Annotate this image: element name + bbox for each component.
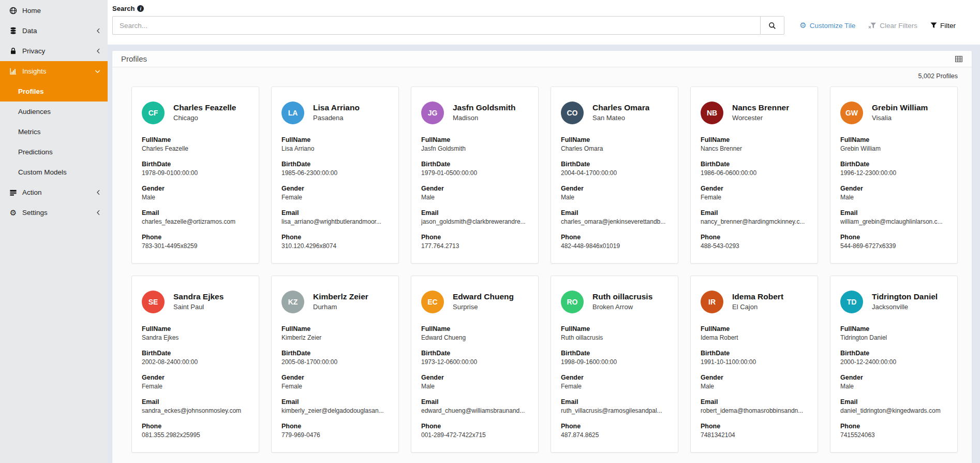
- profile-name-block: Sandra EjkesSaint Paul: [173, 291, 224, 311]
- field-label: Gender: [142, 184, 249, 193]
- profile-card[interactable]: ECEdward ChuengSurpriseFullNameEdward Ch…: [411, 276, 539, 453]
- sidebar-item-metrics[interactable]: Metrics: [0, 122, 108, 142]
- avatar: CF: [142, 102, 165, 124]
- profile-name-block: Charles FeazelleChicago: [173, 102, 236, 122]
- field-fullname: FullNameSandra Ejkes: [142, 325, 249, 342]
- sidebar-item-predictions[interactable]: Predictions: [0, 142, 108, 162]
- field-gender: GenderFemale: [701, 184, 808, 202]
- avatar: GW: [840, 102, 863, 124]
- profile-fields: FullNameSandra EjkesBirthDate2002-08-240…: [142, 325, 249, 440]
- search-label-text: Search: [112, 5, 135, 12]
- profile-card-header: KZKimberlz ZeierDurham: [281, 291, 389, 313]
- field-fullname: FullNameEdward Chueng: [421, 325, 528, 342]
- field-label: BirthDate: [840, 160, 947, 169]
- field-email: Emailcharles_feazelle@ortizramos.com: [142, 209, 249, 226]
- field-value: Male: [561, 193, 668, 202]
- field-label: Email: [701, 398, 808, 407]
- profile-city: El Cajon: [732, 303, 783, 311]
- app-window: HomeDataPrivacyInsightsProfilesAudiences…: [0, 0, 980, 463]
- profile-card[interactable]: RORuth oillacrusisBroken ArrowFullNameRu…: [551, 276, 678, 453]
- chevron-left-icon: [96, 190, 100, 195]
- field-value: 544-869-6727x6339: [840, 242, 947, 251]
- profile-card[interactable]: IRIdema RobertEl CajonFullNameIdema Robe…: [690, 276, 818, 453]
- field-value: 001-289-472-7422x715: [421, 431, 528, 440]
- avatar: TD: [840, 291, 863, 313]
- field-value: Lisa Arriano: [281, 144, 389, 153]
- field-birthdate: BirthDate1991-10-1100:00:00: [701, 349, 808, 367]
- field-label: Phone: [701, 233, 808, 242]
- sidebar-item-home[interactable]: Home: [0, 1, 108, 21]
- profile-city: Pasadena: [313, 114, 360, 122]
- field-label: BirthDate: [701, 349, 808, 358]
- avatar: SE: [142, 291, 165, 313]
- table-view-icon[interactable]: [955, 56, 962, 62]
- clear-filters-label: Clear Filters: [880, 22, 917, 30]
- profile-card[interactable]: TDTidrington DanielJacksonvilleFullNameT…: [830, 276, 958, 453]
- profile-card[interactable]: LALisa ArrianoPasadenaFullNameLisa Arria…: [271, 86, 399, 264]
- sidebar-item-action[interactable]: Action: [0, 182, 108, 202]
- profile-name-block: Charles OmaraSan Mateo: [592, 102, 649, 122]
- profile-fields: FullNameGrebin WilliamBirthDate1996-12-2…: [840, 136, 947, 251]
- sidebar-item-insights[interactable]: Insights: [0, 61, 108, 81]
- profile-card[interactable]: GWGrebin WilliamVisaliaFullNameGrebin Wi…: [830, 86, 958, 264]
- field-label: BirthDate: [281, 349, 389, 358]
- profile-name: Edward Chueng: [453, 292, 514, 301]
- sidebar-item-privacy[interactable]: Privacy: [0, 41, 108, 61]
- field-value: 1979-01-0500:00:00: [421, 169, 528, 178]
- field-fullname: FullNameIdema Robert: [701, 325, 808, 342]
- info-icon[interactable]: i: [137, 5, 144, 12]
- clear-filters-button[interactable]: Clear Filters: [868, 22, 917, 30]
- field-phone: Phone544-869-6727x6339: [840, 233, 947, 251]
- profile-card[interactable]: KZKimberlz ZeierDurhamFullNameKimberlz Z…: [271, 276, 399, 453]
- profile-name: Tidrington Daniel: [872, 292, 938, 301]
- field-value: Charles Feazelle: [142, 144, 249, 153]
- field-label: Gender: [142, 373, 249, 382]
- profile-city: Madison: [453, 114, 515, 122]
- profile-card-header: NBNancs BrennerWorcester: [701, 102, 808, 124]
- customize-tile-button[interactable]: ⚙ Customize Tile: [799, 22, 855, 30]
- search-input-group: [112, 16, 784, 35]
- profile-card-header: IRIdema RobertEl Cajon: [701, 291, 808, 313]
- sidebar-item-custom-models[interactable]: Custom Models: [0, 162, 108, 182]
- profile-card[interactable]: JGJasfn GoldsmithMadisonFullNameJasfn Go…: [411, 86, 539, 264]
- filter-button[interactable]: Filter: [930, 22, 956, 30]
- search-button[interactable]: [760, 16, 784, 35]
- field-label: Gender: [281, 373, 389, 382]
- field-value: 1986-06-0600:00:00: [701, 169, 808, 178]
- gear-icon: ⚙: [799, 22, 806, 29]
- field-value: Ruth oillacrusis: [561, 334, 668, 342]
- field-gender: GenderMale: [421, 373, 528, 391]
- field-fullname: FullNameJasfn Goldsmith: [421, 136, 528, 153]
- field-value: Female: [561, 382, 668, 391]
- profile-card[interactable]: COCharles OmaraSan MateoFullNameCharles …: [551, 86, 678, 264]
- sidebar-item-settings[interactable]: ⚙Settings: [0, 202, 108, 223]
- profile-card[interactable]: CFCharles FeazelleChicagoFullNameCharles…: [131, 86, 259, 264]
- field-label: Phone: [421, 233, 528, 242]
- profile-city: San Mateo: [592, 114, 649, 122]
- sidebar-item-profiles[interactable]: Profiles: [0, 81, 108, 102]
- field-label: Email: [142, 209, 249, 218]
- home-icon: [9, 7, 18, 15]
- sidebar-item-data[interactable]: Data: [0, 21, 108, 41]
- field-label: Gender: [701, 184, 808, 193]
- profile-city: Surprise: [453, 303, 514, 311]
- profile-name: Jasfn Goldsmith: [453, 103, 515, 112]
- sidebar-item-audiences[interactable]: Audiences: [0, 102, 108, 122]
- field-phone: Phone001-289-472-7422x715: [421, 422, 528, 440]
- field-label: Gender: [281, 184, 389, 193]
- field-label: FullName: [142, 325, 249, 334]
- field-value: 2004-04-1700:00:00: [561, 169, 668, 178]
- search-row: ⚙ Customize Tile Clear Filters Filter: [112, 16, 956, 35]
- field-fullname: FullNameCharles Omara: [561, 136, 668, 153]
- profiles-panel-header: Profiles: [112, 51, 972, 67]
- chevron-down-icon: [95, 69, 100, 74]
- field-label: BirthDate: [421, 349, 528, 358]
- profile-card[interactable]: NBNancs BrennerWorcesterFullNameNancs Br…: [690, 86, 818, 264]
- field-label: Email: [561, 398, 668, 407]
- profile-name: Lisa Arriano: [313, 103, 360, 112]
- field-value: 487.874.8625: [561, 431, 668, 440]
- profile-card[interactable]: SESandra EjkesSaint PaulFullNameSandra E…: [131, 276, 259, 453]
- field-label: Gender: [701, 373, 808, 382]
- search-input[interactable]: [112, 16, 760, 35]
- field-birthdate: BirthDate1998-09-1600:00:00: [561, 349, 668, 367]
